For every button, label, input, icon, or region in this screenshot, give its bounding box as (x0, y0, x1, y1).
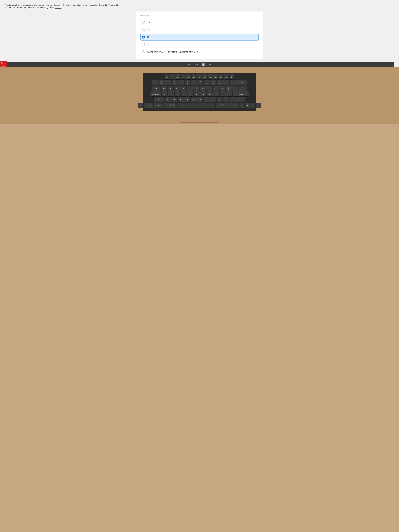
prev-button[interactable]: ‹ Prev (186, 63, 191, 66)
key-i[interactable]: I (206, 86, 212, 91)
key-j[interactable]: J (200, 91, 206, 96)
key-f7[interactable]: ⏮F7 (203, 74, 207, 79)
radio-c[interactable] (142, 36, 145, 38)
key-caps[interactable]: caps lock (150, 91, 161, 96)
key-m[interactable]: M (204, 97, 209, 102)
key-shift-left[interactable]: shift (154, 97, 164, 102)
key-arrow-down[interactable]: ▼ (250, 103, 255, 108)
key-return[interactable]: return (233, 91, 249, 96)
key-2[interactable]: @2 (165, 80, 171, 85)
key-k[interactable]: K (207, 91, 213, 96)
key-v[interactable]: V (184, 97, 190, 102)
key-delete[interactable]: delete (236, 80, 247, 85)
key-f10[interactable]: 🔇F10 (219, 74, 223, 79)
option-a[interactable]: 0.6 (140, 19, 259, 26)
key-f12[interactable]: 🔊F12 (230, 74, 234, 79)
key-h[interactable]: H (194, 91, 200, 96)
key-6[interactable]: ^6 (191, 80, 197, 85)
radio-e[interactable] (142, 51, 145, 53)
key-c[interactable]: C (178, 97, 184, 102)
key-b[interactable]: B (191, 97, 196, 102)
key-f6[interactable]: ✦F6 (197, 74, 202, 79)
key-s[interactable]: S (168, 91, 174, 96)
option-d-text: 30 (147, 43, 149, 45)
key-f1[interactable]: ☀F1 (170, 74, 175, 79)
option-c-text: 60 (147, 36, 149, 38)
key-f5[interactable]: ✳F5 (192, 74, 196, 79)
key-n[interactable]: N (197, 97, 203, 102)
key-d[interactable]: D (175, 91, 180, 96)
key-f9[interactable]: ⏭⏭F9 (213, 74, 218, 79)
key-backtick[interactable]: ~` (152, 80, 158, 85)
radio-b[interactable] (142, 28, 145, 31)
key-u[interactable]: U (200, 86, 206, 91)
key-bracket-open[interactable]: {[ (226, 86, 232, 91)
option-c[interactable]: 60 (140, 34, 259, 40)
key-slash[interactable]: ?/ (223, 97, 229, 102)
key-r[interactable]: R (181, 86, 186, 91)
key-t[interactable]: T (187, 86, 193, 91)
key-arrow-up[interactable]: ▲ (245, 103, 250, 108)
key-shift-right[interactable]: shift (230, 97, 245, 102)
key-8[interactable]: *8 (204, 80, 210, 85)
option-e[interactable]: Insufficient information is provided to … (140, 48, 259, 55)
touchpad[interactable] (180, 112, 219, 123)
key-command-right[interactable]: ⌘command (215, 103, 229, 108)
key-5[interactable]: %5 (185, 80, 190, 85)
key-minus[interactable]: —- (223, 80, 229, 85)
option-b-text: 1.5 (147, 29, 150, 31)
current-page: 6 (195, 63, 196, 66)
option-d[interactable]: 30 (140, 41, 259, 48)
grid-icon[interactable] (203, 63, 204, 66)
key-space[interactable] (178, 103, 215, 108)
key-4[interactable]: $4 (178, 80, 184, 85)
option-b[interactable]: 1.5 (140, 26, 259, 33)
key-semicolon[interactable]: :; (220, 91, 226, 96)
key-fn[interactable]: fn (138, 103, 143, 108)
key-f8[interactable]: ⏭F8 (208, 74, 213, 79)
option-e-text: Insufficient information is provided to … (147, 51, 199, 53)
key-backslash[interactable]: |\ (239, 86, 247, 91)
key-option-left[interactable]: ⌥option (154, 103, 164, 108)
key-ctrl-left[interactable]: ⌃control (144, 103, 153, 108)
key-x[interactable]: X (171, 97, 177, 102)
key-q[interactable]: Q (161, 86, 167, 91)
key-0[interactable]: )0 (217, 80, 223, 85)
key-tab[interactable]: tab (152, 86, 160, 91)
key-esc[interactable]: esc (165, 74, 169, 79)
key-f4[interactable]: ⊡⊡⊡F4 (186, 74, 191, 79)
key-f11[interactable]: 🔉F11 (224, 74, 229, 79)
key-1[interactable]: !1 (159, 80, 165, 85)
key-equals[interactable]: += (230, 80, 236, 85)
key-comma[interactable]: <, (210, 97, 216, 102)
key-3[interactable]: #3 (172, 80, 177, 85)
key-period[interactable]: >. (217, 97, 222, 102)
fn-key-row: esc ☀F1 ☀F2 ⊞F3 ⊡⊡⊡F4 ✳F5 ✦F6 ⏮F7 ⏭F8 ⏭⏭… (145, 74, 254, 79)
key-o[interactable]: O (213, 86, 219, 91)
key-bracket-close[interactable]: }] (232, 86, 238, 91)
key-f[interactable]: F (181, 91, 187, 96)
key-arrow-right[interactable]: ► (256, 103, 261, 108)
key-g[interactable]: G (188, 91, 193, 96)
key-p[interactable]: P (219, 86, 225, 91)
key-e[interactable]: E (174, 86, 180, 91)
key-quote[interactable]: "' (226, 91, 232, 96)
prev-label: Prev (188, 63, 191, 66)
page-info: 6 of 13 (195, 63, 204, 66)
key-arrow-left[interactable]: ◄ (240, 103, 244, 108)
radio-a[interactable] (142, 21, 145, 24)
key-f3[interactable]: ⊞F3 (181, 74, 186, 79)
key-f2[interactable]: ☀F2 (176, 74, 180, 79)
radio-d[interactable] (142, 43, 145, 46)
key-7[interactable]: &7 (197, 80, 203, 85)
key-command-left[interactable]: ⌘command (164, 103, 177, 108)
next-button[interactable]: Next › (208, 63, 213, 66)
key-a[interactable]: A (162, 91, 167, 96)
key-option-right[interactable]: ⌥option (229, 103, 239, 108)
key-y[interactable]: Y (193, 86, 199, 91)
key-9[interactable]: (9 (210, 80, 216, 85)
key-l[interactable]: L (213, 91, 219, 96)
next-arrow: › (212, 63, 213, 66)
key-w[interactable]: W (168, 86, 173, 91)
key-z[interactable]: Z (165, 97, 171, 102)
